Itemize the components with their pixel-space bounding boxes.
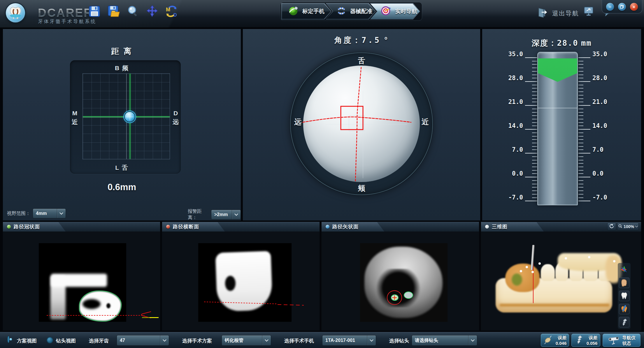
drill-icon bbox=[621, 318, 628, 326]
save-as-button[interactable] bbox=[107, 5, 121, 19]
exit-door-icon bbox=[536, 7, 548, 20]
plan-view-label: 方案视图 bbox=[17, 338, 37, 344]
coronal-view-title: 路径冠状面 bbox=[14, 223, 40, 230]
select-plan-label: 选择手术方案 bbox=[182, 338, 212, 344]
mesial-distal-swap-button[interactable]: M D bbox=[164, 5, 178, 19]
handpiece-error-button[interactable]: 误差 0.046 bbox=[541, 334, 569, 347]
dropdown-chevron-icon bbox=[57, 209, 66, 218]
restore-button[interactable] bbox=[618, 3, 626, 11]
calibrate-handpiece-icon bbox=[288, 5, 299, 17]
coronal-status-dot bbox=[7, 225, 11, 229]
axial-view-image[interactable] bbox=[162, 232, 320, 331]
sagittal-view-image[interactable] bbox=[322, 232, 479, 331]
threed-status-dot bbox=[485, 225, 489, 229]
depth-tick-label: 21.0 bbox=[592, 98, 615, 105]
coronal-view-image[interactable] bbox=[3, 232, 160, 331]
window-controls: − × bbox=[602, 0, 642, 13]
reset-view-button[interactable] bbox=[607, 223, 616, 230]
depth-tick-label: 35.0 bbox=[592, 51, 615, 58]
depth-tick-label: -7.0 bbox=[592, 194, 615, 201]
move-tool-button[interactable] bbox=[145, 5, 159, 19]
select-tooth-dropdown[interactable]: 47 bbox=[117, 335, 169, 346]
label-mesial: M近 bbox=[72, 109, 78, 126]
distance-value: 0.6mm bbox=[3, 182, 241, 192]
navigator-camera-icon bbox=[608, 335, 620, 346]
move-arrows-icon bbox=[146, 5, 159, 19]
distance-panel: 距 离 B 频 M近 D远 L 舌 0.6mm 视野范围： 4mm bbox=[3, 29, 241, 220]
depth-tube bbox=[537, 52, 578, 205]
depth-title: 深度：28.0 mm bbox=[482, 38, 641, 48]
md-swap-icon: M D bbox=[165, 5, 178, 19]
step-realtime-navigation[interactable]: 实时导航 bbox=[370, 3, 420, 20]
dcarer-navigation-app: DCARER 牙体牙髓手术导航系统 bbox=[0, 0, 644, 348]
threed-toolbar bbox=[618, 263, 631, 329]
orientation-axes-button[interactable] bbox=[619, 264, 629, 275]
depth-tick-label: 7.0 bbox=[500, 146, 523, 153]
workflow-steps: 标定手机 器械配准 bbox=[280, 2, 422, 20]
depth-tick-label: 21.0 bbox=[500, 98, 523, 105]
svg-text:M: M bbox=[166, 7, 170, 13]
sagittal-view-header[interactable]: 路径矢状面 bbox=[322, 222, 479, 232]
navigator-status-line2: 状态 bbox=[622, 340, 631, 346]
save-as-icon bbox=[107, 5, 120, 19]
save-button[interactable] bbox=[87, 5, 101, 19]
depth-minor-ticks-right bbox=[578, 57, 583, 202]
scale-marker bbox=[142, 317, 159, 318]
show-drill-button[interactable] bbox=[619, 317, 629, 327]
angle-label-distal: 远 bbox=[294, 117, 301, 127]
drill-error-label: 误差 bbox=[589, 335, 597, 340]
axial-view-header[interactable]: 路径横断面 bbox=[162, 222, 320, 232]
alarm-distance-select[interactable]: >2mm bbox=[211, 210, 241, 220]
tooth-icon bbox=[621, 292, 628, 300]
depth-tick-label: 7.0 bbox=[592, 146, 615, 153]
alarm-distance-label: 报警距离： bbox=[188, 209, 209, 221]
navigator-status-button[interactable]: 导航仪 状态 bbox=[603, 334, 641, 347]
zoom-tool-button[interactable] bbox=[126, 5, 140, 19]
distance-controls: 视野范围： 4mm 报警距离： >2mm bbox=[3, 207, 241, 220]
sagittal-view-panel: 路径矢状面 bbox=[322, 222, 479, 331]
show-teeth-button[interactable] bbox=[619, 291, 629, 301]
magnifier-icon bbox=[127, 5, 139, 19]
drill-path-extension bbox=[278, 304, 304, 306]
threed-view-header[interactable]: 三维图 100% bbox=[481, 222, 641, 232]
step-calibrate-handpiece[interactable]: 标定手机 bbox=[281, 3, 331, 20]
label-distal: D远 bbox=[173, 109, 179, 126]
minimize-button[interactable]: − bbox=[606, 3, 614, 11]
plan-view-radio[interactable] bbox=[8, 336, 9, 343]
dropdown-chevron-icon bbox=[468, 335, 477, 345]
exit-navigation-button[interactable]: 退出导航 bbox=[536, 7, 579, 20]
depth-tick-label: 0.0 bbox=[592, 170, 615, 177]
angle-crosshair-overlay bbox=[291, 53, 434, 196]
threed-view-render[interactable] bbox=[481, 232, 641, 331]
depth-tick-label: 14.0 bbox=[500, 122, 523, 129]
coronal-view-panel: 路径冠状面 bbox=[3, 222, 160, 331]
distance-grid bbox=[83, 73, 170, 159]
top-bar: DCARER 牙体牙髓手术导航系统 bbox=[0, 0, 644, 28]
show-skin-button[interactable] bbox=[619, 278, 629, 288]
drill-path-line bbox=[47, 315, 144, 316]
display-settings-icon[interactable] bbox=[583, 5, 595, 17]
zoom-level-select[interactable]: 100% bbox=[617, 223, 639, 230]
sagittal-view-title: 路径矢状面 bbox=[332, 223, 359, 230]
axial-view-title: 路径横断面 bbox=[173, 223, 199, 230]
dropdown-chevron-icon bbox=[232, 210, 241, 219]
angle-label-mesial: 近 bbox=[422, 117, 429, 127]
close-button[interactable]: × bbox=[630, 3, 638, 11]
show-tooth-path-button[interactable] bbox=[619, 304, 629, 314]
select-plan-dropdown[interactable]: 钙化根管 bbox=[222, 335, 271, 346]
drill-view-radio[interactable] bbox=[47, 337, 53, 343]
step-instrument-registration[interactable]: 器械配准 bbox=[326, 3, 376, 20]
reset-rotation-icon bbox=[609, 224, 614, 229]
drill-error-button[interactable]: 误差 0.056 bbox=[571, 334, 600, 347]
instrument-registration-icon bbox=[336, 5, 347, 17]
step-label: 实时导航 bbox=[395, 8, 417, 15]
select-drill-dropdown[interactable]: 请选择钻头 bbox=[412, 335, 477, 346]
coronal-view-header[interactable]: 路径冠状面 bbox=[3, 222, 160, 232]
label-lingual: L 舌 bbox=[3, 164, 241, 172]
angle-label-buccal: 颊 bbox=[291, 183, 432, 193]
select-handpiece-dropdown[interactable]: 1TA-2017-001 bbox=[322, 335, 376, 346]
select-handpiece-label: 选择手术手机 bbox=[284, 338, 314, 344]
orientation-axes-icon bbox=[620, 265, 629, 274]
view-range-select[interactable]: 4mm bbox=[33, 209, 66, 218]
angle-label-lingual: 舌 bbox=[291, 56, 432, 66]
